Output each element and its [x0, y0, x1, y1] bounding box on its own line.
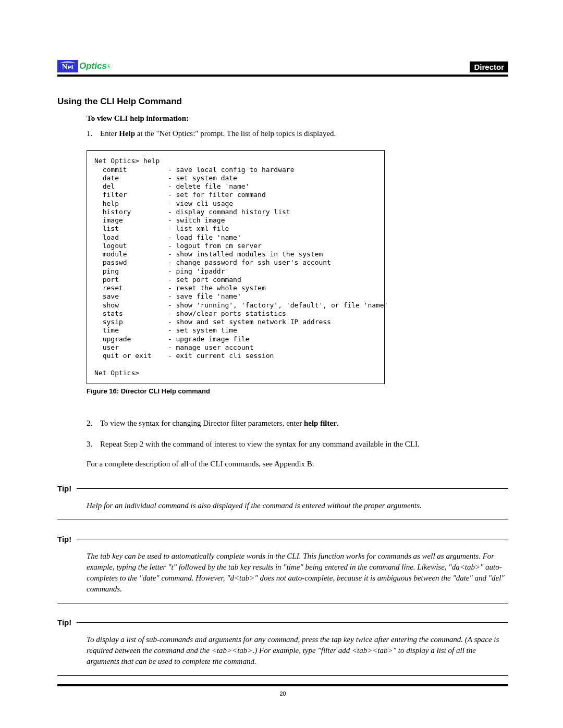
tip-label: Tip! — [57, 618, 71, 627]
step-1-text: Enter Help at the "Net Optics:" prompt. … — [100, 128, 336, 139]
logo-optics-text: Optics — [79, 61, 107, 71]
step-2-text: To view the syntax for changing Director… — [100, 418, 339, 428]
cli-output-box: Net Optics> help commit - save local con… — [87, 150, 385, 384]
tip-rule — [77, 488, 508, 489]
logo: Net Optics® — [57, 60, 111, 72]
step-2-number: 2. — [87, 418, 95, 428]
page-number: 20 — [279, 690, 286, 697]
view-help-subtitle: To view CLI help information: — [87, 114, 508, 123]
step-3-number: 3. — [87, 439, 95, 449]
figure-caption: Figure 16: Director CLI Help command — [87, 387, 508, 395]
tip-block-1: Tip! Help for an individual command is a… — [57, 484, 508, 520]
section-title: Using the CLI Help Command — [57, 96, 508, 107]
tip-bottom-rule — [57, 675, 508, 676]
step-1-number: 1. — [87, 128, 95, 139]
logo-net-box: Net — [57, 60, 78, 72]
tip-bottom-rule — [57, 603, 508, 603]
tip-label: Tip! — [57, 535, 71, 544]
step-1: 1. Enter Help at the "Net Optics:" promp… — [87, 128, 508, 139]
tip-2-text: The tab key can be used to automatically… — [87, 551, 508, 595]
page: Net Optics® Director Using the CLI Help … — [0, 0, 563, 728]
step-3-text: Repeat Step 2 with the command of intere… — [100, 439, 420, 449]
tip-block-2: Tip! The tab key can be used to automati… — [57, 535, 508, 603]
page-footer: 20 — [57, 684, 508, 697]
step-3: 3. Repeat Step 2 with the command of int… — [87, 439, 508, 449]
tip-bottom-rule — [57, 520, 508, 520]
tip-header: Tip! — [57, 484, 508, 493]
tip-header: Tip! — [57, 618, 508, 627]
tip-rule — [77, 622, 508, 623]
tip-header: Tip! — [57, 535, 508, 544]
tip-1-text: Help for an individual command is also d… — [87, 500, 508, 511]
appendix-paragraph: For a complete description of all of the… — [87, 459, 508, 469]
step-2: 2. To view the syntax for changing Direc… — [87, 418, 508, 428]
logo-net-text: Net — [62, 63, 74, 71]
tip-block-3: Tip! To display a list of sub-commands a… — [57, 618, 508, 676]
director-badge: Director — [470, 61, 508, 72]
page-header: Net Optics® Director — [57, 60, 508, 77]
body-content: To view CLI help information: 1. Enter H… — [87, 114, 508, 470]
tip-label: Tip! — [57, 484, 71, 493]
logo-registered-icon: ® — [107, 64, 111, 69]
tip-3-text: To display a list of sub-commands and ar… — [87, 634, 508, 667]
tip-rule — [77, 539, 508, 539]
